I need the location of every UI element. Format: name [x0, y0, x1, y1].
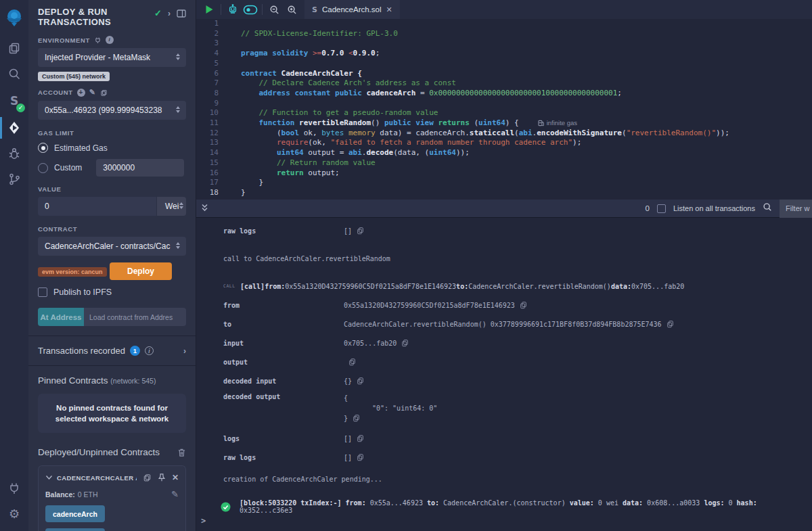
edit-icon[interactable]: ✎ — [89, 88, 96, 97]
environment-select[interactable]: Injected Provider - MetaMask — [38, 48, 186, 67]
copy-icon[interactable] — [100, 89, 108, 97]
success-check-icon — [221, 502, 231, 512]
code-text: require(ok, "failed to fetch a random nu… — [230, 138, 581, 148]
code-line: 2// SPDX-License-Identifier: GPL-3.0 — [196, 29, 812, 39]
estimated-gas-radio[interactable] — [38, 143, 48, 153]
info-icon[interactable]: i — [106, 36, 114, 44]
debugger-icon[interactable] — [0, 141, 28, 166]
code-text — [230, 39, 241, 49]
plug-icon[interactable] — [94, 37, 102, 44]
transactions-recorded-row[interactable]: Transactions recorded 1 i › — [28, 336, 196, 365]
code-line: 5 — [196, 59, 812, 69]
copy-icon[interactable] — [402, 340, 408, 347]
toolbar-divider — [221, 4, 221, 15]
terminal-row: decoded output{"0": "uint64: 0"} — [223, 390, 812, 423]
custom-gas-input[interactable] — [96, 159, 184, 177]
tab-cadencearch[interactable]: S CadenceArch.sol ✕ — [304, 0, 400, 19]
at-address-button[interactable]: At Address — [38, 308, 84, 326]
search-terminal-icon[interactable] — [763, 202, 772, 214]
search-icon[interactable] — [0, 61, 28, 87]
copy-icon[interactable] — [357, 377, 363, 385]
deploy-run-icon[interactable] — [0, 115, 28, 141]
file-explorer-icon[interactable] — [0, 35, 28, 61]
code-text: // Declare Cadence Arch's address as a c… — [230, 78, 456, 89]
line-number: 18 — [196, 188, 230, 198]
code-text: } — [230, 178, 263, 188]
code-text — [230, 59, 241, 69]
network-badge: Custom (545) network — [38, 72, 110, 81]
code-line: 10 // Function to get a pseudo-random va… — [196, 108, 812, 118]
code-text: // SPDX-License-Identifier: GPL-3.0 — [230, 29, 398, 39]
terminal-row: CALL[call] from: 0x55a1320D432759960C5Df… — [223, 277, 812, 296]
environment-value: Injected Provider - MetaMask — [45, 53, 175, 62]
split-view-icon[interactable] — [177, 9, 186, 18]
value-unit-select[interactable]: Wei — [156, 197, 186, 216]
line-number: 2 — [196, 29, 230, 39]
publish-ipfs-checkbox[interactable] — [38, 287, 47, 297]
select-arrows-icon — [179, 202, 184, 212]
copy-icon[interactable] — [349, 359, 355, 366]
contract-select[interactable]: CadenceArchCaler - contracts/Cac — [38, 237, 186, 256]
custom-gas-radio[interactable] — [38, 163, 48, 173]
settings-icon[interactable]: ⚙ — [0, 501, 28, 527]
copy-icon[interactable] — [143, 473, 152, 482]
edit-icon[interactable]: ✎ — [171, 489, 179, 499]
copy-icon[interactable] — [357, 454, 363, 461]
line-number: 16 — [196, 168, 230, 179]
zoom-in-icon[interactable] — [283, 0, 300, 19]
account-label: ACCOUNT — [38, 89, 73, 96]
code-line: 1 — [196, 19, 812, 29]
remix-logo[interactable] — [0, 0, 28, 35]
terminal[interactable]: raw logs[]call to CadenceArchCaler.rever… — [196, 218, 812, 531]
terminal-row: output — [223, 352, 812, 371]
pin-icon[interactable] — [158, 473, 166, 482]
code-line: 16 return output; — [196, 168, 812, 179]
code-text: // Function to get a pseudo-random value — [230, 108, 438, 118]
copy-icon[interactable] — [520, 302, 526, 309]
info-icon[interactable]: i — [145, 346, 154, 355]
close-icon[interactable]: ✕ — [172, 473, 179, 482]
revertible-random-button[interactable]: revertibleRa... — [45, 528, 105, 531]
chevron-down-icon[interactable] — [45, 475, 53, 480]
toggle-icon[interactable] — [242, 0, 259, 19]
environment-label: ENVIRONMENT — [38, 37, 90, 44]
ai-assistant-icon[interactable] — [224, 0, 242, 19]
code-text: return output; — [230, 168, 340, 179]
code-line: 15 // Return random value — [196, 158, 812, 168]
account-select[interactable]: 0x55a...46923 (999.9999453238 — [38, 101, 186, 120]
gas-pump-icon: infinite gas — [538, 119, 577, 126]
code-text: function revertibleRandom() public view … — [230, 118, 577, 129]
pinned-contracts-title: Pinned Contracts — [38, 375, 108, 386]
play-icon[interactable] — [200, 0, 218, 19]
code-text: (bool ok, bytes memory data) = cadenceAr… — [230, 129, 729, 139]
trash-icon[interactable] — [177, 448, 186, 457]
plugin-manager-icon[interactable] — [0, 476, 28, 501]
compile-success-badge: ✓ — [16, 103, 25, 112]
copy-icon[interactable] — [357, 435, 363, 442]
copy-icon[interactable] — [357, 227, 363, 235]
value-input[interactable] — [38, 197, 156, 216]
solidity-file-icon: S — [312, 5, 317, 14]
at-address-input[interactable] — [84, 308, 186, 326]
zoom-out-icon[interactable] — [265, 0, 283, 19]
deployed-contracts-title: Deployed/Unpinned Contracts — [38, 447, 160, 457]
close-icon[interactable]: ✕ — [386, 5, 392, 14]
listen-checkbox[interactable] — [657, 204, 666, 213]
plus-circle-icon[interactable]: + — [77, 89, 85, 97]
code-editor[interactable]: 12// SPDX-License-Identifier: GPL-3.034p… — [196, 19, 812, 200]
git-icon[interactable] — [0, 166, 28, 192]
account-value: 0x55a...46923 (999.9999453238 — [45, 106, 175, 115]
deploy-button[interactable]: Deploy — [110, 262, 172, 280]
copy-icon[interactable] — [667, 321, 673, 328]
code-line: 3 — [196, 39, 812, 49]
terminal-filter-input[interactable] — [780, 200, 812, 218]
terminal-prompt[interactable]: > — [201, 516, 206, 526]
collapse-terminal-icon[interactable] — [201, 202, 208, 214]
solidity-compiler-icon[interactable]: S ✓ — [0, 87, 28, 115]
chevron-right-icon[interactable]: › — [183, 346, 186, 356]
toolbar-divider — [262, 4, 263, 15]
chevron-right-icon[interactable]: › — [168, 9, 171, 18]
copy-icon[interactable] — [353, 415, 359, 422]
cadence-arch-button[interactable]: cadenceArch — [45, 505, 105, 522]
divider — [28, 365, 196, 366]
